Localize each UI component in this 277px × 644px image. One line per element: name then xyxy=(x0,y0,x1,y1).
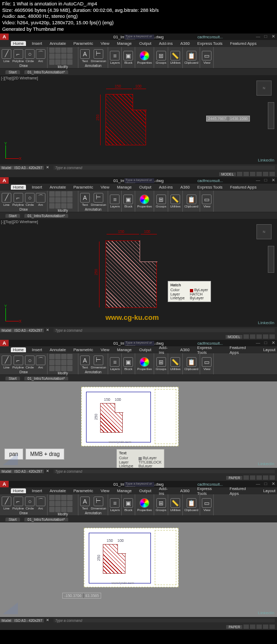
hatch-tooltip: Hatch Color ByLayer LayerHATCH LinetypeB… xyxy=(168,281,211,301)
arc-icon[interactable]: ⌒ xyxy=(36,49,45,59)
layers-icon[interactable]: ≡ xyxy=(110,51,120,61)
coord-tooltip: 2445.76671436.1086 xyxy=(206,116,250,122)
title-block[interactable] xyxy=(155,389,176,444)
doc-tabs: Start 01_IntroToAnnotation* xyxy=(0,69,277,75)
menu-a360[interactable]: A360 xyxy=(179,41,192,46)
menu-output[interactable]: Output xyxy=(137,41,153,46)
menu-manage[interactable]: Manage xyxy=(115,41,133,46)
maximize-button[interactable]: □ xyxy=(262,34,269,39)
user-label[interactable]: cadfmconsult... xyxy=(197,35,223,39)
meta-audio: Audio: aac, 48000 Hz, stereo (eng) xyxy=(2,14,275,20)
block-icon[interactable]: ▣ xyxy=(123,51,133,61)
title-block[interactable] xyxy=(155,530,176,585)
circle-icon[interactable]: ○ xyxy=(25,49,35,59)
command-input[interactable]: Type a command xyxy=(54,166,275,170)
tab-doc[interactable]: 01_IntroToAnnotation* xyxy=(24,70,68,74)
drawing-canvas[interactable]: [-][Top][2D Wireframe] N 150 100 250 244… xyxy=(0,75,277,164)
shape-cutout xyxy=(133,94,147,110)
viewport[interactable]: 150 100 250 xyxy=(89,533,151,583)
drawing-canvas[interactable]: [-][Top][2D Wireframe] N 150 100 250 Hat… xyxy=(0,219,277,327)
meta-gen: Generated by Thumbnail me xyxy=(2,26,275,33)
lynda-label: www.lynda.com xyxy=(109,440,131,444)
screenshot-3: A01_IntroToAnnotation.dwgType a keyword … xyxy=(0,340,277,481)
meta-size: Size: 4605096 bytes (4.39 MiB), duration… xyxy=(2,8,275,14)
menu-featured[interactable]: Featured Apps xyxy=(228,41,258,46)
menu-annotate[interactable]: Annotate xyxy=(48,41,68,46)
titlebar: A 01_IntroToAnnotation.dwg Type a keywor… xyxy=(0,33,277,40)
sheet-tab-model[interactable]: Model xyxy=(0,166,13,170)
screenshot-1: A 01_IntroToAnnotation.dwg Type a keywor… xyxy=(0,33,277,177)
paper-sheet[interactable]: 150 100 250 www.lynda.com xyxy=(81,387,179,446)
screenshot-4: A01_IntroToAnnotation.dwgType a keyword … xyxy=(0,481,277,630)
text-tooltip: Text Color ByLayer LayerTITLEBLOCK Linet… xyxy=(116,449,164,468)
text-icon[interactable]: A xyxy=(80,49,90,59)
viewport-label[interactable]: [-][Top][2D Wireframe] xyxy=(1,76,38,80)
menu-addins[interactable]: Add-ins xyxy=(157,41,174,46)
ribbon-modify: Modify xyxy=(48,47,78,68)
paper-canvas[interactable]: 150 100 250 www.lynda.com -150.370683.35… xyxy=(0,522,277,617)
ribbon-draw: ╱Line ⌐Polyline ○Circle ⌒Arc Draw xyxy=(0,47,48,68)
ribbon: ╱Line ⌐Polyline ○Circle ⌒Arc Draw Modify… xyxy=(0,47,277,69)
menu-insert[interactable]: Insert xyxy=(30,41,44,46)
sheet-tab-iso[interactable]: ISO A3 - 420x297 xyxy=(13,166,44,170)
mode-badge[interactable]: MODEL xyxy=(219,172,236,176)
menu-view[interactable]: View xyxy=(99,41,111,46)
command-bar: Model ISO A3 - 420x297 ✕ Type a command xyxy=(0,164,277,171)
clipboard-icon[interactable]: 📋 xyxy=(187,51,196,61)
tab-start[interactable]: Start xyxy=(5,70,20,74)
meta-file: File: 1 What is annotation in AutoCAD_.m… xyxy=(2,1,275,8)
menu-express[interactable]: Express Tools xyxy=(196,41,225,46)
coord-tooltip: -150.370683.3585 xyxy=(62,593,101,599)
modify-tools[interactable] xyxy=(49,48,76,65)
line-icon[interactable]: ╱ xyxy=(2,49,11,59)
screenshot-2: A01_IntroToAnnotation.dwgType a keyword … xyxy=(0,177,277,340)
dim-100: 100 xyxy=(135,84,142,88)
dim-250: 250 xyxy=(96,115,100,121)
dim-150: 150 xyxy=(115,84,121,88)
search-input[interactable]: Type a keyword or phrase xyxy=(124,35,154,39)
utilities-icon[interactable]: 📏 xyxy=(170,51,180,61)
viewport[interactable]: 150 100 250 xyxy=(86,392,151,442)
nav-bar[interactable] xyxy=(268,102,274,129)
center-watermark: www.cg-ku.com xyxy=(105,313,159,321)
ribbon-annotation: AText ⊢Dimension Annotation xyxy=(78,47,108,68)
groups-icon[interactable]: ⊞ xyxy=(156,51,166,61)
dimension-icon[interactable]: ⊢ xyxy=(94,49,103,59)
view-icon[interactable]: ▭ xyxy=(202,51,212,61)
close-button[interactable]: ✕ xyxy=(269,34,277,39)
view-cube[interactable]: N xyxy=(256,81,272,96)
paper-canvas[interactable]: 150 100 250 www.lynda.com Text Color ByL… xyxy=(0,381,277,468)
paper-sheet[interactable]: 150 100 250 www.lynda.com xyxy=(84,528,179,587)
status-bar: MODEL xyxy=(0,171,277,177)
menu-home[interactable]: Home xyxy=(11,41,26,46)
minimize-button[interactable]: — xyxy=(254,34,262,39)
app-logo[interactable]: A xyxy=(0,33,9,40)
menubar: Home Insert Annotate Parametric View Man… xyxy=(0,40,277,47)
polyline-icon[interactable]: ⌐ xyxy=(14,49,23,59)
linkedin-watermark: LinkedIn xyxy=(258,158,274,163)
media-info: File: 1 What is annotation in AutoCAD_.m… xyxy=(0,0,277,33)
properties-icon[interactable] xyxy=(140,51,149,61)
menu-parametric[interactable]: Parametric xyxy=(72,41,95,46)
meta-video: Video: h264, yuv420p, 1280x720, 15.00 fp… xyxy=(2,20,275,26)
